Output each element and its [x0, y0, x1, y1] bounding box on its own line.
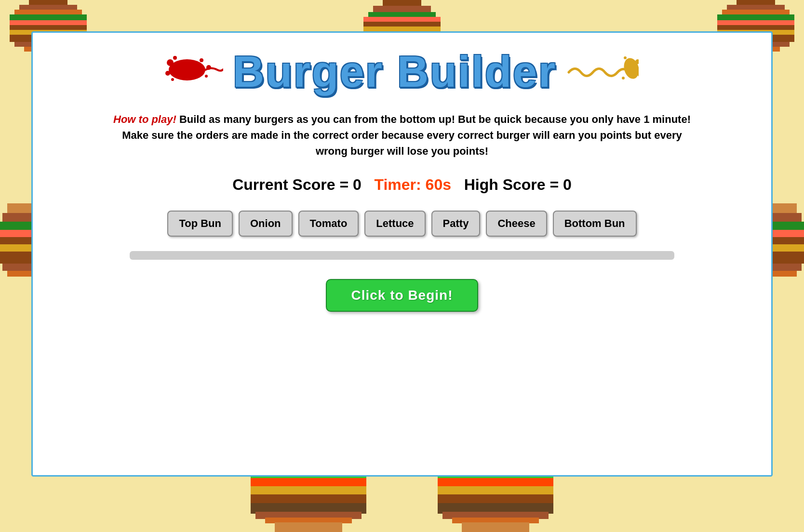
svg-point-68 [167, 59, 174, 66]
ingredient-btn-onion[interactable]: Onion [239, 211, 293, 237]
high-score: High Score = 0 [464, 176, 572, 193]
main-card: Burger Builder How to play! Build as man… [31, 31, 773, 477]
title-area: Burger Builder [62, 47, 742, 97]
svg-rect-20 [717, 14, 794, 20]
ingredient-buttons-container: Top BunOnionTomatoLettucePattyCheeseBott… [167, 211, 636, 237]
svg-rect-66 [462, 522, 529, 532]
svg-point-69 [165, 71, 170, 76]
svg-rect-13 [363, 17, 441, 22]
score-bar: Current Score = 0 Timer: 60s High Score … [232, 176, 572, 194]
svg-rect-55 [275, 522, 342, 532]
svg-rect-5 [10, 25, 87, 30]
svg-rect-15 [363, 27, 441, 31]
svg-point-71 [171, 78, 174, 81]
svg-point-78 [624, 56, 627, 59]
splat-decoration-left [165, 53, 223, 92]
title-text: Burger Builder [223, 47, 566, 97]
svg-point-72 [200, 58, 203, 62]
svg-rect-4 [10, 20, 87, 25]
current-score: Current Score = 0 [232, 176, 362, 193]
how-to-play-label: How to play! [113, 113, 176, 125]
ingredient-btn-top-bun[interactable]: Top Bun [167, 211, 233, 237]
svg-point-73 [205, 75, 208, 78]
svg-rect-3 [10, 14, 87, 20]
svg-rect-14 [363, 22, 441, 27]
svg-rect-21 [717, 20, 794, 25]
svg-point-70 [173, 56, 177, 60]
svg-rect-22 [717, 25, 794, 30]
ingredient-btn-cheese[interactable]: Cheese [486, 211, 547, 237]
timer-display: Timer: 60s [374, 176, 451, 193]
instructions-text: How to play! Build as many burgers as yo… [113, 111, 691, 159]
ingredient-btn-bottom-bun[interactable]: Bottom Bun [553, 211, 637, 237]
progress-bar-container [130, 251, 674, 260]
ingredient-btn-lettuce[interactable]: Lettuce [364, 211, 425, 237]
ingredient-btn-patty[interactable]: Patty [431, 211, 481, 237]
svg-point-67 [169, 59, 205, 80]
squiggle-decoration-right [566, 53, 639, 92]
ingredient-btn-tomato[interactable]: Tomato [298, 211, 359, 237]
begin-button[interactable]: Click to Begin! [326, 279, 478, 312]
svg-point-79 [622, 77, 625, 80]
